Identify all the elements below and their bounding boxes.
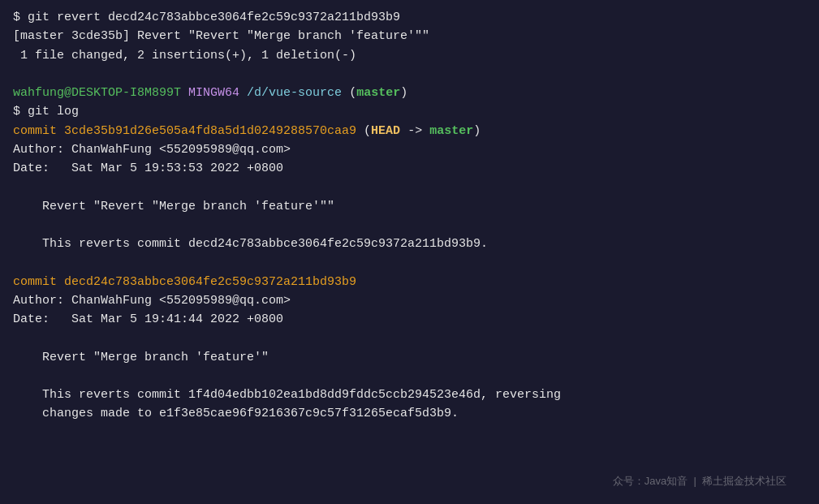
commit1-master: master	[429, 124, 473, 138]
line-author2: Author: ChanWahFung <552095989@qq.com>	[13, 291, 806, 310]
blank-1	[13, 65, 806, 84]
commit1-arrow: ->	[400, 124, 429, 138]
prompt-paren-open: (	[349, 86, 356, 100]
commit1-paren-open: (	[364, 124, 371, 138]
line-revert-result2: 1 file changed, 2 insertions(+), 1 delet…	[13, 46, 806, 65]
line-msg2: Revert "Merge branch 'feature'"	[13, 348, 806, 367]
prompt-paren-close: )	[400, 86, 407, 100]
line-reverts1: This reverts commit decd24c783abbce3064f…	[13, 235, 806, 253]
line-date1: Date: Sat Mar 5 19:53:53 2022 +0800	[13, 159, 806, 178]
line-msg1: Revert "Revert "Merge branch 'feature'""	[13, 197, 806, 216]
commit1-hash: commit 3cde35b91d26e505a4fd8a5d1d0249288…	[13, 124, 356, 138]
blank-6	[13, 367, 806, 386]
prompt-line: wahfung@DESKTOP-I8M899T MINGW64 /d/vue-s…	[13, 84, 806, 102]
line-author1: Author: ChanWahFung <552095989@qq.com>	[13, 140, 806, 159]
line-commit2: commit decd24c783abbce3064fe2c59c9372a21…	[13, 273, 806, 291]
watermark: 众号：Java知音 | 稀土掘金技术社区	[613, 473, 787, 489]
blank-3	[13, 216, 806, 235]
prompt-user: wahfung@DESKTOP-I8M899T	[13, 86, 181, 100]
line-git-log: $ git log	[13, 102, 806, 121]
commit1-head: HEAD	[371, 124, 400, 138]
line-revert-result1: [master 3cde35b] Revert "Revert "Merge b…	[13, 27, 806, 45]
prompt-path: /d/vue-source	[247, 86, 342, 100]
blank-4	[13, 253, 806, 272]
blank-2	[13, 178, 806, 196]
commit1-paren-close: )	[473, 124, 481, 138]
prompt-shell: MINGW64	[188, 86, 239, 100]
terminal: $ git revert decd24c783abbce3064fe2c59c9…	[0, 0, 819, 504]
line-reverts2a: This reverts commit 1f4d04edbb102ea1bd8d…	[13, 386, 806, 404]
line-reverts2b: changes made to e1f3e85cae96f9216367c9c5…	[13, 404, 806, 423]
line-git-revert: $ git revert decd24c783abbce3064fe2c59c9…	[13, 8, 806, 27]
blank-5	[13, 329, 806, 347]
line-date2: Date: Sat Mar 5 19:41:44 2022 +0800	[13, 310, 806, 329]
prompt-branch: master	[356, 86, 400, 100]
line-commit1: commit 3cde35b91d26e505a4fd8a5d1d0249288…	[13, 122, 806, 140]
